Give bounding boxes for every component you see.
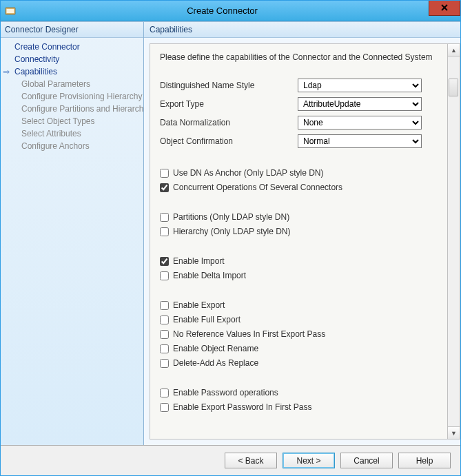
chk-label: Enable Full Export bbox=[173, 315, 240, 324]
chk-label: Enable Export bbox=[173, 300, 225, 310]
current-arrow-icon: ⇨ bbox=[3, 68, 10, 76]
select-dn-style[interactable]: Ldap bbox=[298, 79, 422, 92]
checkbox-enable-export-password-first[interactable] bbox=[160, 403, 169, 412]
left-panel: Connector Designer Create Connector Conn… bbox=[1, 22, 144, 445]
checkbox-enable-password-ops[interactable] bbox=[160, 389, 169, 397]
nav-label: Capabilities bbox=[14, 67, 57, 76]
right-panel: Capabilities Please define the capabilit… bbox=[144, 22, 460, 445]
nav-configure-partitions[interactable]: Configure Partitions and Hierarchies bbox=[2, 103, 142, 115]
checkbox-enable-import[interactable] bbox=[160, 257, 169, 266]
right-panel-header: Capabilities bbox=[144, 22, 460, 38]
scroll-thumb[interactable] bbox=[449, 79, 458, 96]
chk-enable-delta-import: Enable Delta Import bbox=[160, 271, 438, 280]
checkbox-enable-export[interactable] bbox=[160, 301, 169, 310]
label-data-normalization: Data Normalization bbox=[160, 118, 298, 127]
label-export-type: Export Type bbox=[160, 99, 298, 109]
cancel-button[interactable]: Cancel bbox=[340, 453, 393, 468]
nav-configure-provisioning-hierarchy[interactable]: Configure Provisioning Hierarchy bbox=[2, 90, 142, 103]
chk-concurrent-ops: Concurrent Operations Of Several Connect… bbox=[160, 183, 438, 192]
back-button[interactable]: < Back bbox=[225, 453, 277, 468]
app-icon bbox=[5, 6, 16, 17]
chk-partitions: Partitions (Only LDAP style DN) bbox=[160, 212, 438, 222]
nav-label: Select Attributes bbox=[21, 129, 81, 138]
checkbox-no-ref-first-export[interactable] bbox=[160, 330, 169, 339]
button-bar: < Back Next > Cancel Help bbox=[1, 445, 460, 475]
nav-select-attributes[interactable]: Select Attributes bbox=[2, 127, 142, 140]
chk-label: Enable Password operations bbox=[173, 388, 278, 397]
chk-label: Partitions (Only LDAP style DN) bbox=[173, 212, 289, 222]
checkbox-partitions[interactable] bbox=[160, 213, 169, 222]
scroll-up-button[interactable]: ▲ bbox=[448, 44, 460, 56]
chk-label: Enable Export Password In First Pass bbox=[173, 402, 311, 412]
row-export-type: Export Type AttributeUpdate bbox=[160, 97, 438, 111]
next-button[interactable]: Next > bbox=[283, 453, 335, 468]
intro-text: Please define the capabilities of the Co… bbox=[160, 52, 438, 62]
checkbox-enable-object-rename[interactable] bbox=[160, 344, 169, 353]
checkbox-enable-full-export[interactable] bbox=[160, 315, 169, 324]
chk-label: No Reference Values In First Export Pass bbox=[173, 329, 325, 339]
select-data-normalization[interactable]: None bbox=[298, 116, 422, 130]
chk-enable-password-ops: Enable Password operations bbox=[160, 388, 438, 397]
chk-enable-export-password-first: Enable Export Password In First Pass bbox=[160, 402, 438, 412]
window-title: Create Connector bbox=[16, 6, 429, 16]
checkbox-hierarchy[interactable] bbox=[160, 227, 169, 236]
chk-label: Delete-Add As Replace bbox=[173, 358, 258, 368]
chk-label: Enable Object Rename bbox=[173, 344, 258, 353]
close-button[interactable] bbox=[429, 1, 460, 16]
scroll-track[interactable] bbox=[448, 56, 460, 426]
checkbox-use-dn-anchor[interactable] bbox=[160, 169, 169, 178]
row-object-confirmation: Object Confirmation Normal bbox=[160, 134, 438, 148]
title-bar: Create Connector bbox=[1, 1, 460, 21]
nav-select-object-types[interactable]: Select Object Types bbox=[2, 115, 142, 127]
dialog-window: Create Connector Connector Designer Crea… bbox=[0, 0, 461, 476]
label-object-confirmation: Object Confirmation bbox=[160, 136, 298, 146]
scroll-area: Please define the capabilities of the Co… bbox=[160, 52, 438, 431]
chk-label: Enable Delta Import bbox=[173, 271, 246, 280]
nav-configure-anchors[interactable]: Configure Anchors bbox=[2, 140, 142, 152]
nav-global-parameters[interactable]: Global Parameters bbox=[2, 78, 142, 90]
row-dn-style: Distinguished Name Style Ldap bbox=[160, 79, 438, 92]
chk-hierarchy: Hierarchy (Only LDAP style DN) bbox=[160, 227, 438, 236]
label-dn-style: Distinguished Name Style bbox=[160, 81, 298, 90]
nav-connectivity[interactable]: Connectivity bbox=[2, 53, 142, 65]
checkbox-enable-delta-import[interactable] bbox=[160, 271, 169, 280]
nav-label: Connectivity bbox=[14, 54, 59, 64]
scroll-down-button[interactable]: ▼ bbox=[448, 426, 460, 439]
chk-label: Enable Import bbox=[173, 256, 225, 266]
body: Connector Designer Create Connector Conn… bbox=[1, 21, 460, 445]
nav-create-connector[interactable]: Create Connector bbox=[2, 41, 142, 53]
nav-label: Create Connector bbox=[14, 42, 80, 52]
nav-capabilities[interactable]: ⇨Capabilities bbox=[2, 65, 142, 78]
nav-label: Select Object Types bbox=[21, 116, 95, 126]
select-export-type[interactable]: AttributeUpdate bbox=[298, 97, 422, 111]
chk-label: Hierarchy (Only LDAP style DN) bbox=[173, 227, 290, 236]
help-button[interactable]: Help bbox=[398, 453, 451, 468]
svg-rect-1 bbox=[7, 9, 14, 13]
nav-label: Configure Provisioning Hierarchy bbox=[21, 92, 142, 101]
chk-enable-object-rename: Enable Object Rename bbox=[160, 344, 438, 353]
content-outer: Please define the capabilities of the Co… bbox=[144, 38, 460, 445]
chk-label: Concurrent Operations Of Several Connect… bbox=[173, 183, 342, 192]
chk-use-dn-anchor: Use DN As Anchor (Only LDAP style DN) bbox=[160, 168, 438, 178]
chk-enable-import: Enable Import bbox=[160, 256, 438, 266]
nav-label: Configure Anchors bbox=[21, 141, 90, 151]
chk-enable-full-export: Enable Full Export bbox=[160, 315, 438, 324]
chk-delete-add-replace: Delete-Add As Replace bbox=[160, 358, 438, 368]
nav-label: Configure Partitions and Hierarchies bbox=[21, 104, 143, 114]
chk-enable-export: Enable Export bbox=[160, 300, 438, 310]
checkbox-delete-add-replace[interactable] bbox=[160, 359, 169, 368]
row-data-normalization: Data Normalization None bbox=[160, 116, 438, 130]
checkbox-concurrent-ops[interactable] bbox=[160, 183, 169, 192]
nav-label: Global Parameters bbox=[21, 79, 90, 89]
chk-no-ref-first-export: No Reference Values In First Export Pass bbox=[160, 329, 438, 339]
nav-list: Create Connector Connectivity ⇨Capabilit… bbox=[1, 38, 143, 155]
vertical-scrollbar[interactable]: ▲ ▼ bbox=[448, 43, 460, 439]
select-object-confirmation[interactable]: Normal bbox=[298, 134, 422, 148]
left-panel-header: Connector Designer bbox=[1, 22, 143, 38]
content-panel: Please define the capabilities of the Co… bbox=[150, 43, 448, 439]
chk-label: Use DN As Anchor (Only LDAP style DN) bbox=[173, 168, 324, 178]
